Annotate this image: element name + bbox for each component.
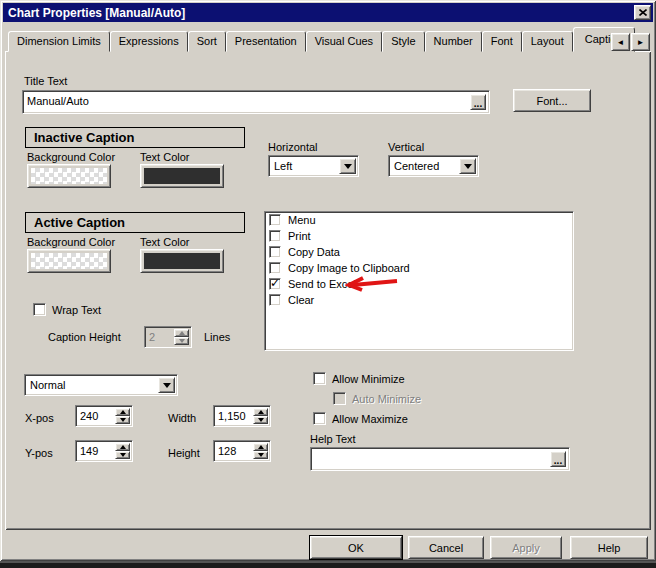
ypos-spinner[interactable]: 149 (75, 440, 133, 462)
list-item-send-to-excel[interactable]: ✓ Send to Excel (265, 276, 573, 292)
active-bg-color-swatch[interactable] (27, 249, 111, 273)
title-text-browse-button[interactable]: ... (470, 94, 486, 110)
tab-presentation[interactable]: Presentation (226, 31, 306, 52)
tab-sort[interactable]: Sort (188, 31, 226, 52)
dark-color-fill (144, 253, 220, 269)
clear-checkbox[interactable] (269, 294, 281, 306)
ok-button[interactable]: OK (310, 536, 402, 559)
title-bar[interactable]: Chart Properties [Manual/Auto] (3, 3, 653, 22)
tab-font[interactable]: Font (482, 31, 522, 52)
title-text-input[interactable]: Manual/Auto ... (22, 90, 490, 114)
help-text-input[interactable]: ... (310, 447, 570, 471)
dropdown-button[interactable] (339, 158, 356, 174)
dark-color-fill (144, 168, 220, 184)
chevron-down-icon (344, 164, 352, 169)
spin-down-icon (258, 418, 264, 422)
print-label: Print (288, 230, 311, 242)
width-spinner[interactable]: 1,150 (213, 405, 271, 427)
arrow-right-icon: ► (637, 38, 645, 47)
active-text-color-label: Text Color (140, 236, 190, 248)
list-item-print[interactable]: Print (265, 228, 573, 244)
list-item-copy-image[interactable]: Copy Image to Clipboard (265, 260, 573, 276)
spin-down-button[interactable] (115, 416, 130, 424)
clear-label: Clear (288, 294, 314, 306)
xpos-spinner[interactable]: 240 (75, 405, 133, 427)
ellipsis-icon: ... (554, 458, 562, 464)
help-button[interactable]: Help (570, 536, 648, 559)
tab-scroll-left-button[interactable]: ◄ (611, 33, 630, 51)
auto-minimize-label: Auto Minimize (352, 393, 421, 405)
close-button[interactable] (634, 5, 651, 20)
height-spinner[interactable]: 128 (213, 440, 271, 462)
spin-up-button[interactable] (115, 408, 130, 416)
spin-up-icon (120, 410, 126, 414)
menu-checkbox[interactable] (269, 214, 281, 226)
spin-down-button[interactable] (253, 416, 268, 424)
active-bg-color-label: Background Color (27, 236, 115, 248)
vertical-alignment-value: Centered (394, 160, 439, 172)
vertical-alignment-select[interactable]: Centered (388, 155, 479, 177)
tab-style[interactable]: Style (382, 31, 424, 52)
list-item-copy-data[interactable]: Copy Data (265, 244, 573, 260)
tab-visual-cues[interactable]: Visual Cues (306, 31, 383, 52)
list-item-clear[interactable]: Clear (265, 292, 573, 308)
dropdown-button[interactable] (459, 158, 476, 174)
horizontal-alignment-value: Left (274, 160, 292, 172)
help-text-browse-button[interactable]: ... (550, 451, 566, 467)
window-state-select[interactable]: Normal (24, 374, 178, 396)
allow-minimize-row[interactable]: Allow Minimize (313, 372, 405, 385)
spin-down-icon (258, 453, 264, 457)
copy-data-checkbox[interactable] (269, 246, 281, 258)
horizontal-alignment-select[interactable]: Left (268, 155, 359, 177)
spin-down-icon (120, 418, 126, 422)
chevron-down-icon (163, 383, 171, 388)
spin-up-button[interactable] (253, 443, 268, 451)
tab-strip: Dimension Limits Expressions Sort Presen… (8, 27, 635, 52)
xpos-label: X-pos (25, 412, 54, 424)
spin-up-icon (179, 331, 185, 335)
inactive-text-color-swatch[interactable] (140, 164, 224, 188)
wrap-text-row[interactable]: Wrap Text (33, 303, 101, 316)
tab-layout[interactable]: Layout (522, 31, 573, 52)
height-label: Height (168, 447, 200, 459)
xpos-value: 240 (80, 410, 98, 422)
tab-number[interactable]: Number (425, 31, 482, 52)
wrap-text-checkbox[interactable] (33, 303, 46, 316)
spin-up-icon (258, 410, 264, 414)
tab-dimension-limits[interactable]: Dimension Limits (8, 31, 110, 52)
copy-image-label: Copy Image to Clipboard (288, 262, 410, 274)
arrow-left-icon: ◄ (617, 38, 625, 47)
list-item-menu[interactable]: Menu (265, 212, 573, 228)
caption-height-label: Caption Height (48, 331, 121, 343)
active-text-color-swatch[interactable] (140, 249, 224, 273)
tab-scroll-right-button[interactable]: ► (631, 33, 650, 51)
allow-minimize-checkbox[interactable] (313, 372, 326, 385)
spin-up-button[interactable] (253, 408, 268, 416)
transparent-checker-pattern (31, 168, 107, 184)
dropdown-button[interactable] (158, 377, 175, 393)
spin-down-icon (179, 339, 185, 343)
allow-maximize-row[interactable]: Allow Maximize (313, 412, 408, 425)
inactive-bg-color-swatch[interactable] (27, 164, 111, 188)
caption-height-value: 2 (149, 331, 155, 343)
allow-maximize-label: Allow Maximize (332, 413, 408, 425)
spin-up-button[interactable] (115, 443, 130, 451)
allow-maximize-checkbox[interactable] (313, 412, 326, 425)
auto-minimize-checkbox (333, 392, 346, 405)
copy-image-checkbox[interactable] (269, 262, 281, 274)
ypos-label: Y-pos (25, 447, 53, 459)
font-button[interactable]: Font... (513, 89, 591, 112)
desktop-background-strip (0, 561, 656, 568)
horizontal-label: Horizontal (268, 141, 318, 153)
spin-up-button (174, 329, 189, 337)
cancel-button[interactable]: Cancel (408, 536, 484, 559)
print-checkbox[interactable] (269, 230, 281, 242)
auto-minimize-row: Auto Minimize (333, 392, 421, 405)
spin-down-button[interactable] (115, 451, 130, 459)
ellipsis-icon: ... (474, 101, 482, 107)
tab-expressions[interactable]: Expressions (110, 31, 188, 52)
spin-down-button (174, 337, 189, 345)
spin-down-button[interactable] (253, 451, 268, 459)
special-icons-listbox[interactable]: Menu Print Copy Data Copy Image to Clipb… (264, 211, 574, 351)
send-to-excel-checkbox[interactable]: ✓ (269, 278, 281, 290)
